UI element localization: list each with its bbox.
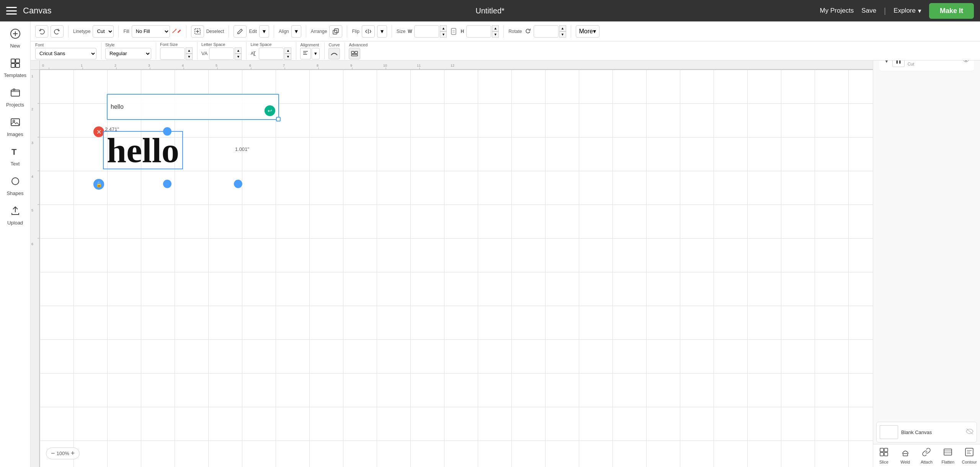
svg-rect-75 bbox=[884, 448, 888, 452]
rotate-group: Rotate 0 ▲ ▼ bbox=[508, 25, 571, 38]
more-button[interactable]: More ▾ bbox=[576, 25, 599, 38]
alignment-dropdown-button[interactable]: ▾ bbox=[312, 48, 320, 59]
advanced-button[interactable] bbox=[349, 48, 360, 59]
size-w-input[interactable]: 2.471 bbox=[414, 25, 439, 38]
sidebar-item-text[interactable]: T Text bbox=[2, 143, 29, 170]
sidebar-item-new[interactable]: New bbox=[2, 25, 29, 52]
undo-button[interactable] bbox=[35, 25, 48, 38]
text-resize-handle[interactable] bbox=[276, 117, 281, 121]
font-size-input[interactable]: 72 bbox=[160, 48, 185, 60]
attach-icon bbox=[922, 447, 931, 459]
projects-icon bbox=[10, 87, 21, 100]
svg-point-12 bbox=[12, 178, 19, 185]
font-size-decrement[interactable]: ▼ bbox=[186, 54, 193, 60]
flip-dropdown-button[interactable]: ▾ bbox=[377, 25, 387, 38]
line-space-stepper: 1.2 ▲ ▼ bbox=[259, 48, 291, 60]
bottom-right-handle[interactable] bbox=[233, 179, 243, 189]
linetype-label: Linetype bbox=[73, 29, 90, 34]
linetype-select[interactable]: Cut bbox=[93, 25, 114, 38]
make-it-button[interactable]: Make It bbox=[929, 3, 974, 19]
letter-space-increment[interactable]: ▲ bbox=[235, 48, 242, 54]
letter-space-decrement[interactable]: ▼ bbox=[235, 54, 242, 60]
size-h-increment[interactable]: ▲ bbox=[492, 25, 499, 31]
line-space-increment[interactable]: ▲ bbox=[284, 48, 291, 54]
zoom-in-button[interactable]: + bbox=[71, 449, 75, 457]
rotate-input[interactable]: 0 bbox=[534, 25, 559, 38]
zoom-out-button[interactable]: − bbox=[51, 449, 55, 457]
horizontal-ruler: 0 1 2 3 4 5 6 7 8 9 10 11 12 bbox=[40, 61, 873, 70]
svg-rect-28 bbox=[355, 51, 358, 54]
rotate-icon bbox=[524, 28, 531, 35]
slice-button[interactable]: Slice bbox=[873, 444, 895, 467]
slice-label: Slice bbox=[879, 460, 889, 464]
style-select[interactable]: Regular bbox=[105, 48, 151, 59]
canvas-text-hello[interactable]: hello bbox=[103, 131, 183, 169]
contour-icon bbox=[965, 447, 974, 459]
hamburger-menu-icon[interactable] bbox=[6, 7, 17, 15]
dimension-v-label: 1.001" bbox=[235, 146, 249, 152]
canvas-area[interactable]: 0 1 2 3 4 5 6 7 8 9 10 11 12 bbox=[31, 61, 873, 467]
toolbar-row2: Font Cricut Sans Style Regular Font Size… bbox=[31, 41, 980, 61]
weld-label: Weld bbox=[900, 460, 910, 464]
align-label: Align bbox=[279, 29, 289, 34]
font-label: Font bbox=[35, 43, 44, 47]
lock-handle[interactable]: 🔒 bbox=[93, 179, 104, 190]
size-h-decrement[interactable]: ▼ bbox=[492, 31, 499, 38]
arrange-button[interactable] bbox=[329, 25, 342, 38]
blank-canvas-preview bbox=[880, 425, 898, 439]
curve-label: Curve bbox=[328, 43, 340, 47]
rotate-decrement[interactable]: ▼ bbox=[559, 31, 566, 38]
edit-button[interactable] bbox=[234, 25, 247, 38]
blank-canvas-eye-icon[interactable] bbox=[966, 428, 973, 436]
svg-rect-76 bbox=[880, 452, 884, 456]
letter-space-icon: VA bbox=[201, 51, 207, 56]
edit-dropdown-button[interactable]: ▾ bbox=[259, 25, 269, 38]
contour-button[interactable]: Contour bbox=[959, 444, 980, 467]
fill-group: Fill No Fill bbox=[123, 25, 186, 38]
bottom-rotate-handle[interactable] bbox=[162, 179, 172, 189]
line-space-decrement[interactable]: ▼ bbox=[284, 54, 291, 60]
size-w-decrement[interactable]: ▼ bbox=[440, 31, 447, 38]
sidebar-item-images[interactable]: Images bbox=[2, 113, 29, 141]
redo-button[interactable] bbox=[51, 25, 64, 38]
delete-handle[interactable]: ✕ bbox=[93, 126, 104, 137]
save-button[interactable]: Save bbox=[861, 7, 876, 15]
line-space-icon: A bbox=[250, 50, 257, 57]
sidebar-item-label-templates: Templates bbox=[4, 72, 26, 78]
flip-button[interactable] bbox=[362, 25, 375, 38]
size-group: Size W 2.471 ▲ ▼ H 1.001 ▲ ▼ bbox=[397, 25, 504, 38]
sidebar-item-upload[interactable]: Upload bbox=[2, 202, 29, 229]
size-w-increment[interactable]: ▲ bbox=[440, 25, 447, 31]
letter-space-input[interactable]: 1.2 bbox=[209, 48, 234, 60]
sidebar-item-templates[interactable]: Templates bbox=[2, 54, 29, 82]
sidebar-item-shapes[interactable]: Shapes bbox=[2, 172, 29, 200]
curve-button[interactable] bbox=[328, 48, 340, 59]
size-h-input[interactable]: 1.001 bbox=[466, 25, 491, 38]
canvas-grid[interactable]: hello ↩ 2.471" ✕ hello 1.001" 🔒 bbox=[40, 70, 873, 467]
letter-space-label: Letter Space bbox=[201, 42, 225, 47]
align-dropdown-button[interactable]: ▾ bbox=[291, 25, 301, 38]
explore-button[interactable]: Explore ▾ bbox=[893, 7, 921, 15]
attach-button[interactable]: Attach bbox=[916, 444, 938, 467]
weld-button[interactable]: Weld bbox=[895, 444, 916, 467]
letter-space-group: Letter Space VA 1.2 ▲ ▼ bbox=[201, 42, 247, 60]
bottom-actions: Slice Weld Attach Flatten Contour bbox=[873, 444, 980, 467]
letter-space-stepper: 1.2 ▲ ▼ bbox=[209, 48, 242, 60]
font-select[interactable]: Cricut Sans bbox=[35, 48, 96, 59]
font-size-increment[interactable]: ▲ bbox=[186, 48, 193, 54]
rotate-increment[interactable]: ▲ bbox=[559, 25, 566, 31]
text-input-box[interactable]: hello ↩ bbox=[107, 94, 279, 120]
sidebar-item-projects[interactable]: Projects bbox=[2, 84, 29, 111]
align-left-button[interactable] bbox=[300, 48, 311, 59]
fill-color-icon[interactable] bbox=[172, 27, 181, 36]
svg-rect-5 bbox=[11, 64, 15, 67]
deselect-button[interactable] bbox=[191, 25, 204, 38]
text-cursor-handle[interactable]: ↩ bbox=[265, 105, 275, 116]
layer-type: Cut bbox=[908, 62, 960, 66]
flatten-button[interactable]: Flatten bbox=[937, 444, 959, 467]
line-space-input[interactable]: 1.2 bbox=[259, 48, 284, 60]
my-projects-link[interactable]: My Projects bbox=[820, 7, 854, 15]
fill-select[interactable]: No Fill bbox=[132, 25, 170, 38]
text-input-content: hello bbox=[111, 103, 124, 110]
new-icon bbox=[10, 28, 21, 41]
